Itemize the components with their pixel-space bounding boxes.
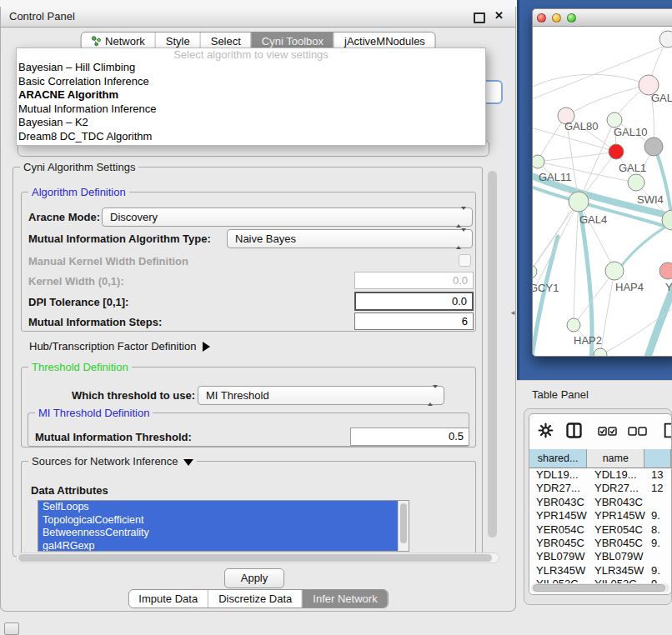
attribute-item-selfloops[interactable]: SelfLoops — [38, 501, 409, 514]
network-edge — [600, 271, 614, 355]
which-threshold-label: Which threshold to use: — [72, 389, 195, 402]
table-cell: 12 — [646, 482, 663, 495]
table-row[interactable]: YLR345WYLR345W9. — [529, 564, 671, 578]
table-cell: YDR27... — [529, 482, 588, 495]
network-node-hap2[interactable] — [567, 318, 580, 332]
split-columns-icon[interactable] — [566, 422, 582, 442]
kernel-width-field[interactable]: 0.0 — [354, 272, 474, 289]
table-row[interactable]: YBR043CYBR043C — [529, 496, 671, 509]
hub-definition-toggle[interactable]: Hub/Transcription Factor Definition — [29, 340, 210, 352]
manual-kernel-checkbox[interactable] — [459, 254, 471, 267]
dropdown-option-bayesian-hill-climbing[interactable]: Bayesian – Hill Climbing — [17, 61, 485, 75]
dropdown-option-dream8-dc-tdc-algorithm[interactable]: Dream8 DC_TDC Algorithm — [17, 130, 485, 144]
dropdown-option-aracne-algorithm[interactable]: ARACNE Algorithm — [17, 88, 485, 102]
network-node-hap4[interactable] — [605, 262, 624, 280]
algorithm-dropdown-popup: Select algorithm to view settings Bayesi… — [16, 48, 486, 146]
dpi-tolerance-field[interactable]: 0.0 — [354, 292, 474, 311]
table-row[interactable]: YER054CYER054C8. — [529, 523, 671, 537]
tab-impute-data[interactable]: Impute Data — [128, 590, 208, 608]
network-node-gal11[interactable] — [533, 155, 544, 168]
close-icon[interactable]: ✕ — [494, 9, 504, 22]
table-cell: 9. — [646, 537, 660, 550]
network-edge — [574, 202, 579, 325]
dpi-tolerance-label: DPI Tolerance [0,1]: — [28, 296, 128, 308]
network-node-y[interactable] — [659, 262, 672, 279]
node-label-hap4: HAP4 — [615, 281, 644, 293]
column-header-shared[interactable]: shared... — [529, 449, 587, 468]
column-header-name[interactable]: name — [587, 449, 644, 468]
control-panel-title: Control Panel — [9, 7, 75, 27]
table-rows: YDL19...YDL19...13YDR27...YDR27...12YBR0… — [529, 468, 671, 592]
settings-vertical-scrollbar[interactable] — [487, 168, 499, 550]
tab-label: Style — [166, 35, 190, 48]
apply-button[interactable]: Apply — [224, 568, 284, 588]
mi-type-value: Naive Bayes — [235, 230, 296, 248]
table-cell: YBR045C — [529, 537, 588, 550]
table-cell: YER054C — [588, 523, 646, 537]
table-cell: YLR345W — [529, 564, 588, 578]
network-window[interactable]: GALGAL80GAL10GAL1GAL11SWI4GAL4GCY1HAP4YH… — [532, 8, 672, 357]
attributes-vertical-scrollbar[interactable] — [398, 501, 409, 551]
node-table-frame: shared...name YDL19...YDL19...13YDR27...… — [529, 413, 672, 595]
table-horizontal-scrollbar[interactable] — [531, 583, 669, 592]
table-row[interactable]: YDR27...YDR27...12 — [529, 482, 671, 495]
table-row[interactable]: YDL19...YDL19...13 — [529, 468, 671, 482]
network-node[interactable] — [609, 144, 624, 159]
tab-infer-network[interactable]: Infer Network — [302, 590, 387, 608]
document-icon[interactable] — [662, 422, 672, 442]
dropdown-option-basic-correlation-inference[interactable]: Basic Correlation Inference — [17, 75, 485, 89]
minimize-traffic-light-icon[interactable] — [552, 13, 561, 22]
data-attributes-list[interactable]: SelfLoopsTopologicalCoefficientBetweenne… — [38, 500, 409, 552]
table-cell: YPR145W — [588, 509, 646, 522]
network-node-gal4[interactable] — [569, 192, 589, 212]
attribute-item-gal4rgexp[interactable]: gal4RGexp — [38, 540, 409, 552]
table-cell: YDR27... — [588, 482, 646, 495]
sources-legend[interactable]: Sources for Network Inference — [28, 455, 197, 468]
zoom-traffic-light-icon[interactable] — [567, 13, 576, 22]
node-label-swi4: SWI4 — [637, 193, 664, 206]
tab-discretize-data[interactable]: Discretize Data — [208, 590, 302, 608]
column-header-cut[interactable] — [644, 449, 671, 468]
aracne-mode-select[interactable]: Discovery — [102, 208, 473, 227]
combo-arrows-icon — [456, 232, 466, 247]
network-canvas[interactable]: GALGAL80GAL10GAL1GAL11SWI4GAL4GCY1HAP4YH… — [533, 27, 672, 357]
float-window-icon[interactable] — [474, 12, 485, 23]
dropdown-option-mutual-information-inference[interactable]: Mutual Information Inference — [17, 102, 485, 117]
mi-steps-field[interactable]: 6 — [354, 312, 474, 330]
mi-type-select[interactable]: Naive Bayes — [227, 229, 473, 248]
close-traffic-light-icon[interactable] — [537, 13, 546, 22]
attribute-item-betweennesscentrality[interactable]: BetweennessCentrality — [38, 527, 409, 540]
split-pane-arrow-icon[interactable]: ◄ — [509, 309, 516, 317]
table-row[interactable]: YBL079WYBL079W — [529, 550, 671, 563]
network-node-gcy1[interactable] — [533, 265, 537, 278]
unchecked-boxes-icon[interactable] — [628, 425, 648, 440]
table-row[interactable]: YBR045CYBR045C9. — [529, 537, 671, 550]
tab-label: Network — [105, 35, 145, 48]
mi-type-label: Mutual Information Algorithm Type: — [28, 232, 211, 245]
settings-horizontal-scrollbar[interactable] — [16, 552, 499, 563]
table-cell: 9. — [646, 509, 660, 522]
kernel-width-label: Kernel Width (0,1): — [28, 275, 124, 288]
checked-boxes-icon[interactable] — [598, 425, 618, 440]
table-cell: YDL19... — [588, 468, 646, 482]
node-label-gal10: GAL10 — [614, 126, 647, 138]
node-label-gal4: GAL4 — [579, 213, 607, 226]
table-row[interactable]: YPR145WYPR145W9. — [529, 509, 671, 522]
algorithm-definition-legend: Algorithm Definition — [28, 186, 129, 198]
table-header-row: shared...name — [529, 449, 671, 468]
which-threshold-select[interactable]: MI Threshold — [198, 386, 444, 405]
network-node[interactable] — [659, 31, 672, 48]
window-grip-icon[interactable] — [4, 622, 19, 635]
network-node[interactable] — [644, 138, 663, 156]
table-cell: 8. — [646, 523, 660, 537]
hub-definition-label: Hub/Transcription Factor Definition — [29, 340, 196, 352]
attribute-item-topologicalcoefficient[interactable]: TopologicalCoefficient — [38, 514, 409, 528]
gear-icon[interactable] — [538, 422, 554, 442]
table-cell: YER054C — [529, 523, 588, 537]
table-cell — [646, 550, 651, 563]
tab-label: Infer Network — [313, 592, 377, 605]
network-node-gal1[interactable] — [628, 174, 644, 191]
mi-threshold-field[interactable]: 0.5 — [350, 428, 469, 446]
dropdown-option-bayesian-k2[interactable]: Bayesian – K2 — [17, 116, 485, 130]
network-edge — [533, 74, 649, 89]
